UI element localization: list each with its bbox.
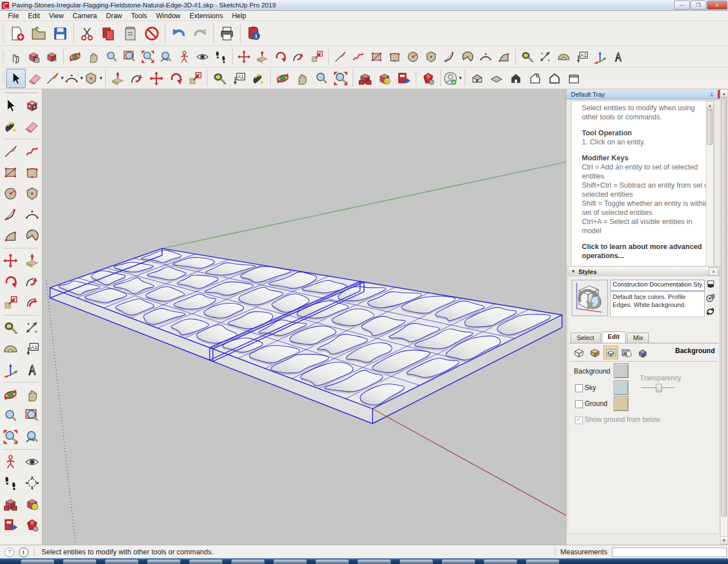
zoom-tool[interactable] [312, 69, 331, 88]
taskbar-button[interactable] [357, 559, 391, 564]
ext-warehouse-tool[interactable] [375, 69, 394, 88]
line-tool[interactable] [0, 141, 20, 162]
zoom-extents-tool[interactable] [139, 48, 157, 66]
styles-header[interactable]: ▼ Styles × [568, 266, 720, 277]
push-pull-tool[interactable] [22, 250, 42, 271]
offset-tool[interactable] [22, 292, 42, 313]
line-tool[interactable] [331, 48, 349, 66]
push-pull-tool[interactable] [253, 48, 271, 66]
zoom-previous-tool[interactable] [22, 426, 42, 447]
menu-extensions[interactable]: Extensions [185, 11, 228, 20]
taskbar-button[interactable] [273, 559, 307, 564]
rotated-rectangle-tool[interactable] [386, 48, 404, 66]
view-back-tool[interactable] [545, 69, 564, 88]
taskbar-button[interactable] [441, 559, 475, 564]
new-tool[interactable] [6, 23, 28, 44]
rotated-rectangle-tool[interactable] [22, 162, 42, 183]
select-tool[interactable] [6, 69, 26, 88]
arc-tool[interactable] [440, 48, 458, 66]
tab-edit[interactable]: Edit [602, 331, 626, 343]
three-point-arc-tool[interactable] [0, 225, 20, 246]
modeling-settings-button[interactable] [635, 346, 650, 359]
sky-swatch[interactable] [614, 380, 628, 395]
styles-close-icon[interactable]: × [709, 267, 718, 276]
circle-tool[interactable] [404, 48, 422, 66]
edge-settings-button[interactable] [572, 346, 586, 359]
axes-tool[interactable] [0, 359, 20, 380]
move-tool[interactable] [235, 48, 253, 66]
look-around-tool[interactable] [193, 48, 212, 66]
zoom-extents-tool[interactable] [331, 69, 350, 88]
windows-taskbar[interactable] [0, 558, 728, 564]
eraser-tool[interactable] [26, 69, 45, 88]
account-tool[interactable]: ▼ [443, 69, 462, 88]
style-thumbnail[interactable] [572, 280, 608, 316]
zoom-tool[interactable] [0, 405, 20, 426]
redo-tool[interactable] [189, 23, 211, 44]
text-tool[interactable]: A1 [22, 338, 42, 359]
pan-tool[interactable] [292, 69, 312, 88]
collapse-triangle-icon[interactable]: ▼ [571, 269, 576, 274]
update-style-button[interactable] [705, 306, 716, 317]
tray-scroll-up-icon[interactable]: ▲ [721, 90, 727, 98]
taskbar-button[interactable] [399, 559, 433, 564]
position-camera-tool[interactable] [175, 48, 193, 66]
follow-me-tool[interactable] [22, 271, 42, 292]
style-name-input[interactable]: Construction Documentation Sty [610, 280, 705, 291]
copy-tool[interactable] [98, 23, 119, 44]
follow-me-tool[interactable] [127, 69, 147, 88]
pie-tool[interactable] [458, 48, 477, 66]
save-tool[interactable] [49, 23, 71, 44]
rectangle-tool[interactable] [367, 48, 386, 66]
taskbar-button[interactable] [147, 559, 181, 564]
tape-measure-tool[interactable] [0, 317, 20, 338]
taskbar-button[interactable] [63, 559, 97, 564]
tab-select[interactable]: Select [570, 333, 601, 343]
create-style-button[interactable] [705, 292, 716, 304]
axes-tool[interactable] [591, 48, 609, 66]
warehouse-tool[interactable] [355, 69, 375, 88]
position-camera-tool[interactable] [0, 451, 20, 472]
component-attributes-tool[interactable] [43, 48, 61, 66]
orbit-tool[interactable] [273, 69, 292, 88]
geolocation-icon[interactable]: ? [5, 548, 14, 557]
view-right-tool[interactable] [526, 69, 545, 88]
ground-checkbox[interactable] [575, 400, 583, 408]
cut-tool[interactable] [76, 23, 98, 44]
line-tool[interactable]: ▼ [45, 69, 64, 88]
paint-tool[interactable] [0, 116, 20, 137]
taskbar-button[interactable] [189, 559, 223, 564]
arc-tool[interactable] [0, 204, 20, 225]
zoom-previous-tool[interactable] [157, 48, 175, 66]
select-tool[interactable] [0, 95, 20, 116]
delete-tool[interactable] [141, 23, 163, 44]
scale-tool[interactable] [308, 48, 326, 66]
secondary-pane-button[interactable] [705, 279, 716, 290]
polygon-tool[interactable] [22, 183, 42, 204]
zoom-window-tool[interactable] [121, 48, 139, 66]
background-settings-button[interactable] [603, 346, 618, 359]
measurements-input[interactable] [612, 548, 727, 557]
minimize-button[interactable]: — [674, 1, 690, 10]
taskbar-button[interactable] [315, 559, 349, 564]
menu-window[interactable]: Window [152, 11, 185, 20]
dimension-tool[interactable]: 3 [22, 317, 42, 338]
menu-file[interactable]: File [3, 11, 23, 20]
send-layout-tool[interactable] [0, 515, 20, 536]
ext-manager-tool[interactable] [419, 69, 438, 88]
rotate-tool[interactable] [166, 69, 185, 88]
model-info-tool[interactable]: i [243, 23, 264, 44]
dropdown-arrow-icon[interactable]: ▼ [99, 76, 104, 81]
eraser-tool[interactable] [22, 116, 42, 137]
watermark-settings-button[interactable] [619, 346, 634, 359]
zoom-tool[interactable] [102, 48, 121, 66]
open-tool[interactable] [28, 23, 49, 44]
look-around-tool[interactable] [22, 451, 42, 472]
menu-draw[interactable]: Draw [102, 11, 127, 20]
taskbar-button[interactable] [105, 559, 139, 564]
protractor-tool[interactable] [555, 48, 573, 66]
view-iso-tool[interactable] [468, 69, 487, 88]
orbit-tool[interactable] [0, 384, 20, 405]
three-point-arc-tool[interactable] [495, 48, 513, 66]
orbit-tool[interactable] [66, 48, 84, 66]
